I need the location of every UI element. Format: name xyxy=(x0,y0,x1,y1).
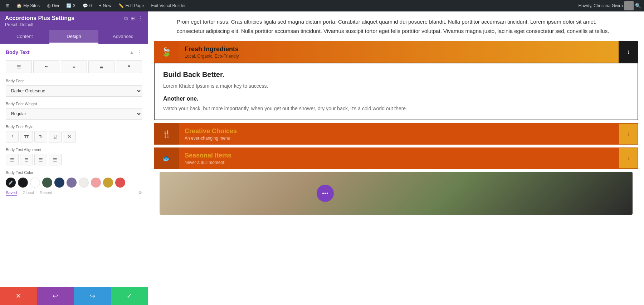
comments-link[interactable]: 💬 0 xyxy=(80,0,95,11)
search-icon[interactable]: 🔍 xyxy=(635,3,641,9)
accordion-header-creative[interactable]: 🍴 Creative Choices An ever-changing menu… xyxy=(154,123,638,145)
food-image xyxy=(160,172,633,215)
color-swatches-row: 💉 xyxy=(6,178,142,188)
dots xyxy=(322,193,328,194)
cancel-button[interactable]: ✕ xyxy=(0,287,37,305)
confirm-button[interactable]: ✓ xyxy=(111,287,148,305)
eyedropper-swatch[interactable]: 💉 xyxy=(6,178,16,188)
creative-icon-box: 🍴 xyxy=(154,123,179,145)
color-swatch-dark-blue[interactable] xyxy=(54,178,64,188)
tab-design[interactable]: Design xyxy=(49,30,99,44)
numbered-list-btn[interactable]: ≣ xyxy=(88,60,114,73)
tab-advanced[interactable]: Advanced xyxy=(98,30,148,44)
color-swatch-purple[interactable] xyxy=(67,178,77,188)
body-font-field: Body Font Darker Grotesque xyxy=(6,79,142,102)
leaf-icon: 🍃 xyxy=(161,47,172,57)
preset-label[interactable]: Preset: Default xyxy=(5,22,143,27)
fish-icon: 🐟 xyxy=(162,154,171,163)
seasonal-icon-box: 🐟 xyxy=(154,147,179,169)
plus-icon: + xyxy=(99,3,101,8)
pen-btn[interactable]: ✒ xyxy=(33,60,59,73)
chevron-down-icon-seasonal: ↓ xyxy=(627,155,630,161)
color-swatch-pink[interactable] xyxy=(91,178,101,188)
seasonal-title: Seasonal Items xyxy=(185,152,613,159)
strikethrough-btn[interactable]: S xyxy=(63,131,76,142)
new-button[interactable]: + New xyxy=(96,0,114,11)
align-justify-button[interactable]: ☰ xyxy=(49,154,62,165)
my-sites-link[interactable]: 🏠 My Sites xyxy=(14,0,43,11)
quote-btn[interactable]: ❝ xyxy=(116,60,142,73)
alignment-buttons: ☰ ☰ ☰ ☰ xyxy=(6,154,142,165)
undo-button[interactable]: ↩ xyxy=(37,287,74,305)
fresh-text: Fresh Ingredients Local. Organic. Eco-Fr… xyxy=(179,45,619,59)
accordion-item-creative: 🍴 Creative Choices An ever-changing menu… xyxy=(154,123,638,145)
grid-icon[interactable]: ⊞ xyxy=(131,15,135,21)
align-right-button[interactable]: ☰ xyxy=(34,154,47,165)
accordion-header-fresh[interactable]: 🍃 Fresh Ingredients Local. Organic. Eco-… xyxy=(154,41,638,63)
creative-header-bg: 🍴 Creative Choices An ever-changing menu xyxy=(154,123,619,145)
divi-icon: ◎ xyxy=(47,3,50,8)
fresh-title: Fresh Ingredients xyxy=(185,45,613,53)
paragraph-text: Proin eget tortor risus. Cras ultricies … xyxy=(148,11,644,41)
fresh-toggle-button[interactable]: ↓ xyxy=(619,41,638,63)
pencil-icon: ✏️ xyxy=(118,3,124,8)
seasonal-toggle-button[interactable]: ↓ xyxy=(619,147,638,169)
color-tab-saved[interactable]: Saved xyxy=(6,190,17,196)
body-text-color-section: Body Text Color 💉 Saved Global Re xyxy=(6,170,142,196)
accordion-item-seasonal: 🐟 Seasonal Items Never a dull moment! ↓ xyxy=(154,147,638,169)
uppercase-btn[interactable]: TT xyxy=(20,131,33,142)
collapse-icon[interactable]: ▲ xyxy=(129,49,134,55)
list-btn[interactable]: ≡ xyxy=(61,60,87,73)
updates-link[interactable]: 🔄 3 xyxy=(63,0,78,11)
divi-link[interactable]: ◎ Divi xyxy=(44,0,62,11)
body-font-weight-select[interactable]: Regular xyxy=(6,108,142,120)
fresh-body: Build Back Better. Lorem Khaled Ipsum is… xyxy=(154,63,638,120)
fresh-body-title: Build Back Better. xyxy=(163,71,629,79)
redo-button[interactable]: ↪ xyxy=(74,287,111,305)
chat-bubble xyxy=(317,185,334,202)
windowed-icon[interactable]: ⧉ xyxy=(124,15,128,21)
underline-btn[interactable]: U xyxy=(49,131,62,142)
color-swatch-gold[interactable] xyxy=(103,178,113,188)
panel-title: Accordions Plus Settings xyxy=(5,15,74,21)
settings-panel: Accordions Plus Settings ⧉ ⊞ ⋮ Preset: D… xyxy=(0,11,148,305)
body-font-label: Body Font xyxy=(6,79,142,83)
wordpress-logo[interactable]: ⊞ xyxy=(3,0,12,11)
creative-title: Creative Choices xyxy=(185,127,613,135)
color-swatch-white[interactable] xyxy=(30,178,40,188)
creative-toggle-button[interactable]: ↓ xyxy=(619,123,638,145)
more-options-icon[interactable]: ⋮ xyxy=(138,15,143,21)
color-tab-recent[interactable]: Recent xyxy=(40,190,52,196)
body-text-alignment-section: Body Text Alignment ☰ ☰ ☰ ☰ xyxy=(6,147,142,165)
align-center-button[interactable]: ☰ xyxy=(20,154,33,165)
italic-btn[interactable]: I xyxy=(6,131,19,142)
wordpress-icon: ⊞ xyxy=(6,3,9,8)
panel-header: Accordions Plus Settings ⧉ ⊞ ⋮ Preset: D… xyxy=(0,11,148,30)
color-swatch-black[interactable] xyxy=(18,178,28,188)
chevron-down-icon-creative: ↓ xyxy=(627,131,630,137)
tab-content[interactable]: Content xyxy=(0,30,49,44)
body-font-weight-field: Body Font Weight Regular xyxy=(6,102,142,125)
body-font-select[interactable]: Darker Grotesque xyxy=(6,85,142,97)
align-left-btn[interactable]: ☰ xyxy=(6,60,32,73)
color-swatch-dark-green[interactable] xyxy=(42,178,52,188)
exit-visual-builder-button[interactable]: Exit Visual Builder xyxy=(148,0,189,11)
capitalize-btn[interactable]: Tt xyxy=(34,131,47,142)
home-icon: 🏠 xyxy=(16,3,22,8)
fresh-header-bg: 🍃 Fresh Ingredients Local. Organic. Eco-… xyxy=(154,41,619,63)
color-settings-icon[interactable]: ⚙ xyxy=(138,190,142,196)
panel-content: Body Text ▲ ⋮ ☰ ✒ ≡ ≣ ❝ Body Font Darker… xyxy=(0,44,148,287)
align-left-button[interactable]: ☰ xyxy=(6,154,19,165)
bottom-image xyxy=(160,172,633,215)
seasonal-header-bg: 🐟 Seasonal Items Never a dull moment! xyxy=(154,147,619,169)
edit-page-button[interactable]: ✏️ Edit Page xyxy=(116,0,147,11)
seasonal-text: Seasonal Items Never a dull moment! xyxy=(179,152,619,165)
user-info: Howdy, Christina Gwira 🔍 xyxy=(579,1,641,10)
color-swatch-red[interactable] xyxy=(115,178,125,188)
color-tabs: Saved Global Recent ⚙ xyxy=(6,190,142,196)
accordion-header-seasonal[interactable]: 🐟 Seasonal Items Never a dull moment! ↓ xyxy=(154,147,638,169)
updates-icon: 🔄 xyxy=(66,3,72,8)
color-swatch-light[interactable] xyxy=(79,178,89,188)
color-tab-global[interactable]: Global xyxy=(23,190,34,196)
section-menu-icon[interactable]: ⋮ xyxy=(137,49,142,55)
